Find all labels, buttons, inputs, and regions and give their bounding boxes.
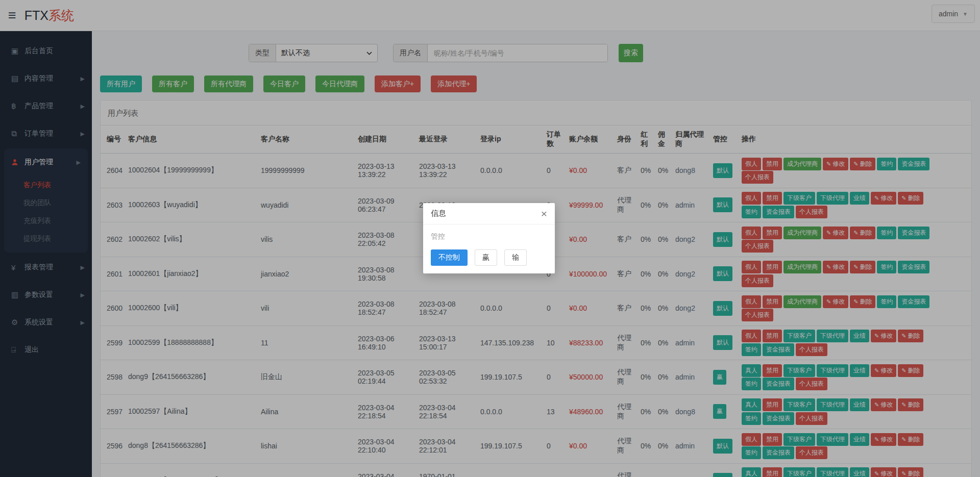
lose-button[interactable]: 输: [504, 249, 527, 266]
modal-footer: 不控制 赢 输: [423, 243, 555, 273]
no-control-button[interactable]: 不控制: [431, 249, 468, 266]
control-modal: 信息 × 管控 不控制 赢 输: [423, 203, 555, 273]
win-button[interactable]: 赢: [475, 249, 497, 266]
close-icon[interactable]: ×: [541, 208, 547, 219]
modal-title: 信息: [431, 209, 446, 218]
modal-control-label: 管控: [423, 224, 555, 243]
modal-header: 信息 ×: [423, 203, 555, 224]
